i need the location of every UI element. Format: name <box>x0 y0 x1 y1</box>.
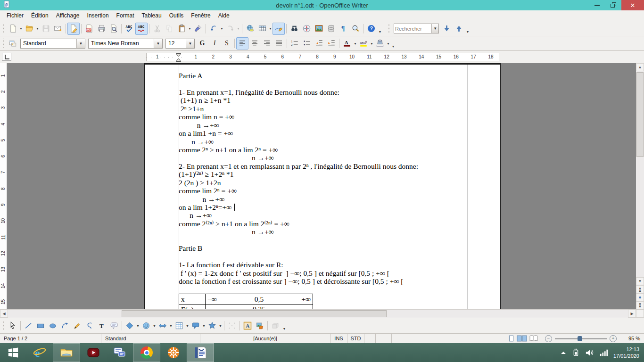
page-style-field[interactable]: Standard <box>101 334 200 343</box>
signature-field[interactable] <box>376 334 392 343</box>
spellcheck-button[interactable]: ABC <box>123 23 135 35</box>
taskbar-messenger[interactable] <box>107 343 133 362</box>
data-sources-button[interactable] <box>325 23 337 35</box>
zoom-slider[interactable]: − + <box>542 335 619 342</box>
speaker-icon[interactable] <box>585 348 594 357</box>
highlighting-dropdown[interactable]: ▼ <box>370 37 374 49</box>
polygon-button[interactable] <box>59 320 71 332</box>
search-dropdown[interactable]: ▼ <box>431 24 438 33</box>
vertical-callout-button[interactable] <box>108 320 120 332</box>
table-cell[interactable]: 0,25 <box>206 304 313 309</box>
italic-button[interactable]: I <box>208 37 221 49</box>
flowchart-dropdown[interactable]: ▼ <box>185 320 190 332</box>
fontwork-gallery-button[interactable]: A <box>241 320 254 332</box>
undo-dropdown[interactable]: ▼ <box>220 23 224 35</box>
basic-shapes-dropdown[interactable]: ▼ <box>136 320 140 332</box>
font-size-combobox[interactable]: 12▼ <box>165 39 195 49</box>
line-button[interactable] <box>22 320 34 332</box>
format-paintbrush-button[interactable] <box>192 23 204 35</box>
select-button[interactable] <box>7 320 19 332</box>
vertical-scroll-thumb[interactable] <box>636 72 644 157</box>
style-dropdown[interactable]: ▼ <box>76 39 85 48</box>
taskbar-chrome[interactable] <box>133 343 160 362</box>
decrease-indent-button[interactable] <box>313 37 325 49</box>
zoom-level-field[interactable]: 95 % <box>619 334 644 343</box>
toolbar-handle[interactable] <box>388 24 390 33</box>
callouts-button[interactable] <box>190 320 202 332</box>
toolbar-handle[interactable] <box>2 24 5 33</box>
background-color-dropdown[interactable]: ▼ <box>386 37 390 49</box>
taskbar-file-explorer[interactable] <box>53 343 80 362</box>
next-page-button[interactable]: ▼▼ <box>636 301 644 309</box>
symbol-shapes-button[interactable] <box>140 320 152 332</box>
menu-item[interactable]: Édition <box>27 11 52 20</box>
scroll-down-button[interactable]: ▼ <box>636 277 644 285</box>
undo-button[interactable] <box>207 23 220 35</box>
save-button[interactable] <box>40 23 52 35</box>
open-dropdown[interactable]: ▼ <box>35 23 40 35</box>
search-combobox[interactable]: ▼ <box>394 24 439 33</box>
stars-dropdown[interactable]: ▼ <box>218 320 223 332</box>
extrusion-button[interactable] <box>269 320 281 332</box>
power-plug-icon[interactable] <box>571 348 580 357</box>
styles-window-button[interactable] <box>7 37 19 49</box>
document-text[interactable]: Partie A1- En prenant x=1, l'inégalité d… <box>179 72 467 294</box>
align-center-button[interactable] <box>248 37 261 49</box>
align-left-button[interactable] <box>236 37 248 49</box>
document-modified-field[interactable] <box>364 334 376 343</box>
freeform-line-button[interactable] <box>71 320 83 332</box>
selection-field[interactable]: [Aucun(e)] <box>200 334 330 343</box>
table-cell[interactable]: F(x) <box>179 304 206 309</box>
hyperlink-button[interactable] <box>244 23 256 35</box>
taskbar-media-player[interactable] <box>80 343 107 362</box>
minimize-button[interactable] <box>589 0 605 10</box>
draw-functions-button[interactable] <box>272 23 285 35</box>
search-input[interactable] <box>394 25 431 32</box>
menu-item[interactable]: Outils <box>165 11 188 20</box>
flowchart-button[interactable] <box>173 320 185 332</box>
increase-indent-button[interactable] <box>325 37 338 49</box>
formatting-marks-button[interactable]: ¶ <box>337 23 349 35</box>
block-arrows-button[interactable] <box>157 320 169 332</box>
taskbar-settings-wheel[interactable] <box>160 343 187 362</box>
zoom-in-button[interactable]: + <box>610 335 617 342</box>
navigator-button[interactable] <box>300 23 313 35</box>
horizontal-scrollbar[interactable]: ◀ ▶ <box>0 309 644 318</box>
export-pdf-button[interactable]: PDF <box>83 23 95 35</box>
gallery-button[interactable] <box>313 23 325 35</box>
open-button[interactable] <box>23 23 35 35</box>
table-button[interactable] <box>256 23 268 35</box>
scroll-up-button[interactable]: ▲ <box>636 63 644 71</box>
toolbar-overflow[interactable]: ▼ <box>390 37 396 49</box>
table-dropdown[interactable]: ▼ <box>268 23 272 35</box>
hidden-icons-arrow[interactable] <box>561 350 566 355</box>
background-color-button[interactable] <box>374 37 386 49</box>
restore-button[interactable] <box>605 0 621 10</box>
menu-item[interactable]: Affichage <box>52 11 83 20</box>
find-next-button[interactable] <box>440 23 453 35</box>
taskbar-openoffice-writer[interactable] <box>187 343 214 362</box>
zoom-button[interactable] <box>349 23 362 35</box>
numbered-list-button[interactable]: 12 <box>289 37 301 49</box>
selection-mode-field[interactable]: STD <box>347 334 364 343</box>
menu-item[interactable]: Tableau <box>138 11 165 20</box>
scroll-right-button[interactable]: ▶ <box>628 310 636 318</box>
menu-item[interactable]: Aide <box>215 11 233 20</box>
copy-button[interactable] <box>163 23 175 35</box>
insert-mode-field[interactable]: INS <box>330 334 347 343</box>
justify-button[interactable] <box>273 37 285 49</box>
toolbar-overflow[interactable]: ▼ <box>465 23 471 35</box>
scroll-left-button[interactable]: ◀ <box>0 310 8 318</box>
page-number-field[interactable]: Page 1 / 2 <box>0 334 101 343</box>
multi-page-view-icon[interactable] <box>517 335 527 342</box>
zoom-thumb[interactable] <box>578 336 582 341</box>
menu-item[interactable]: Fichier <box>3 11 27 20</box>
ellipse-button[interactable] <box>47 320 59 332</box>
bullet-list-button[interactable] <box>301 37 313 49</box>
taskbar-internet-explorer[interactable]: e <box>26 343 53 362</box>
new-document-button[interactable] <box>7 23 19 35</box>
print-button[interactable] <box>95 23 107 35</box>
cut-button[interactable] <box>151 23 163 35</box>
new-dropdown[interactable]: ▼ <box>19 23 23 35</box>
network-signal-icon[interactable] <box>599 348 609 357</box>
